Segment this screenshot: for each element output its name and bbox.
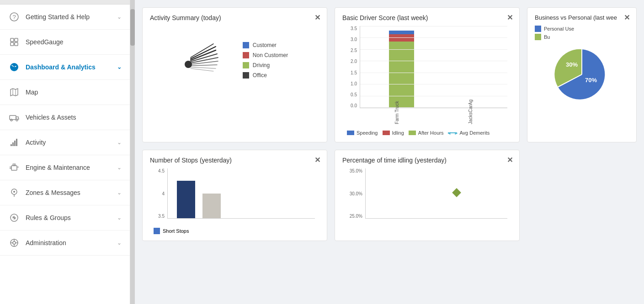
legend-personal-use: Personal Use — [535, 26, 629, 32]
sidebar-item-label: Engine & Maintenance — [26, 164, 90, 171]
percentage-idling-widget: Percentage of time idling (yesterday) ✕ … — [335, 150, 520, 241]
legend-color-driving — [243, 62, 249, 68]
sidebar-item-dashboard-analytics[interactable]: Dashboard & Analytics ⌄ — [0, 55, 130, 80]
svg-point-7 — [14, 67, 15, 68]
widget-title: Basic Driver Score (last week) — [342, 14, 512, 21]
sidebar-item-activity[interactable]: Activity ⌄ — [0, 130, 130, 155]
activity-summary-widget: Activity Summary (today) ✕ — [142, 7, 327, 142]
bar-speeding — [389, 31, 414, 34]
sidebar-item-map[interactable]: Map — [0, 80, 130, 105]
legend-line-avg: ◄ ► — [448, 132, 457, 133]
engine-icon — [8, 162, 20, 173]
svg-point-32 — [13, 241, 16, 244]
svg-point-13 — [16, 119, 18, 121]
sidebar-item-rules-groups[interactable]: Rules & Groups ⌄ — [0, 205, 130, 231]
truck-icon — [8, 111, 20, 123]
stops-chart: 4.5 4 3.5 — [150, 168, 319, 228]
sidebar-item-label: Dashboard & Analytics — [26, 63, 96, 71]
widget-row-2: Number of Stops (yesterday) ✕ 4.5 4 3.5 — [142, 150, 637, 241]
y-axis-labels: 4.5 4 3.5 — [150, 168, 166, 219]
y-axis-labels: 35.0% 30.0% 25.0% — [342, 168, 364, 219]
sidebar-item-label: Administration — [26, 239, 66, 246]
bar-dark-blue — [177, 181, 195, 218]
admin-icon — [8, 237, 20, 249]
svg-rect-3 — [15, 38, 18, 42]
legend-speeding: Speeding — [347, 130, 378, 136]
legend-color-short-stops — [154, 228, 160, 234]
bar-chart-area: Farm Truck JacksCarAg — [360, 26, 507, 108]
legend-color-non-customer — [243, 52, 249, 58]
widget-title: Percentage of time idling (yesterday) — [342, 157, 512, 164]
legend-business: Bu — [535, 34, 629, 40]
pie-legend: Personal Use Bu — [535, 26, 629, 40]
svg-point-46 — [185, 61, 192, 68]
chevron-icon: ⌄ — [117, 14, 122, 20]
svg-rect-2 — [11, 38, 14, 42]
legend-item-customer: Customer — [243, 42, 288, 48]
sidebar-item-engine-maintenance[interactable]: Engine & Maintenance ⌄ — [0, 155, 130, 180]
svg-rect-17 — [16, 139, 17, 146]
widget-close-button[interactable]: ✕ — [314, 156, 320, 164]
activity-icon — [8, 136, 20, 148]
chevron-icon: ⌄ — [117, 189, 122, 196]
idling-chart: 35.0% 30.0% 25.0% — [342, 168, 512, 228]
idling-chart-area — [365, 168, 507, 219]
legend-color-office — [243, 72, 249, 79]
sidebar-item-getting-started[interactable]: ? Getting Started & Help ⌄ — [0, 5, 130, 30]
number-of-stops-widget: Number of Stops (yesterday) ✕ 4.5 4 3.5 — [142, 150, 327, 241]
zones-icon — [8, 187, 20, 199]
legend-item-driving: Driving — [243, 62, 288, 68]
chevron-icon: ⌄ — [117, 164, 122, 171]
scrollbar-track[interactable] — [130, 0, 135, 304]
stops-legend: Short Stops — [150, 228, 319, 234]
sidebar-item-label: Activity — [26, 139, 46, 146]
svg-text:?: ? — [12, 14, 16, 21]
svg-point-25 — [13, 191, 15, 193]
svg-rect-4 — [11, 42, 14, 46]
sidebar-item-label: Zones & Messages — [26, 189, 80, 196]
svg-rect-18 — [11, 166, 17, 170]
sidebar-item-label: Map — [26, 89, 38, 96]
legend-item-office: Office — [243, 72, 288, 79]
legend-color-idling — [383, 131, 390, 135]
widget-row-1: Activity Summary (today) ✕ — [142, 7, 637, 142]
svg-rect-5 — [15, 42, 18, 46]
svg-point-12 — [11, 119, 12, 121]
sidebar-item-zones-messages[interactable]: Zones & Messages ⌄ — [0, 180, 130, 205]
svg-line-41 — [191, 65, 217, 66]
map-icon — [8, 86, 20, 98]
y-axis-labels: 3.5 3.0 2.5 2.0 1.5 1.0 0.5 0.0 — [342, 26, 359, 108]
stops-chart-area — [167, 168, 315, 219]
question-icon: ? — [8, 11, 20, 23]
widget-close-button[interactable]: ✕ — [507, 156, 513, 164]
pie-chart: 30% 70% — [535, 45, 629, 104]
legend-label: Driving — [253, 62, 270, 68]
widget-title: Business vs Personal (last wee — [535, 14, 629, 21]
sidebar-item-administration[interactable]: Administration ⌄ — [0, 231, 130, 256]
svg-text:30%: 30% — [566, 61, 578, 68]
driver-score-chart: 3.5 3.0 2.5 2.0 1.5 1.0 0.5 0.0 — [342, 26, 512, 126]
svg-rect-14 — [11, 144, 12, 146]
basic-driver-score-widget: Basic Driver Score (last week) ✕ 3.5 3.0… — [335, 7, 520, 142]
legend-label: Office — [253, 72, 267, 79]
sidebar-item-label: SpeedGauge — [26, 38, 64, 46]
chevron-icon: ⌄ — [117, 139, 122, 146]
widget-close-button[interactable]: ✕ — [507, 13, 513, 22]
svg-line-44 — [191, 47, 216, 59]
legend-color-customer — [243, 42, 249, 48]
sidebar-top-bar — [0, 0, 130, 5]
main-content: Activity Summary (today) ✕ — [135, 0, 644, 304]
svg-rect-15 — [12, 142, 14, 146]
empty-slot — [527, 150, 637, 241]
widget-close-button[interactable]: ✕ — [314, 13, 320, 22]
widget-title: Activity Summary (today) — [150, 14, 319, 21]
svg-line-42 — [191, 67, 216, 68]
sidebar-item-vehicles-assets[interactable]: Vehicles & Assets — [0, 105, 130, 130]
sidebar-item-label: Rules & Groups — [26, 214, 71, 221]
sidebar-item-speedgauge[interactable]: SpeedGauge — [0, 30, 130, 55]
widget-close-button[interactable]: ✕ — [624, 13, 630, 22]
scrollbar-thumb[interactable] — [130, 9, 135, 46]
legend-color-speeding — [347, 131, 354, 135]
activity-summary-content: Customer Non Customer Driving Office — [150, 26, 319, 94]
widget-title: Number of Stops (yesterday) — [150, 157, 319, 164]
